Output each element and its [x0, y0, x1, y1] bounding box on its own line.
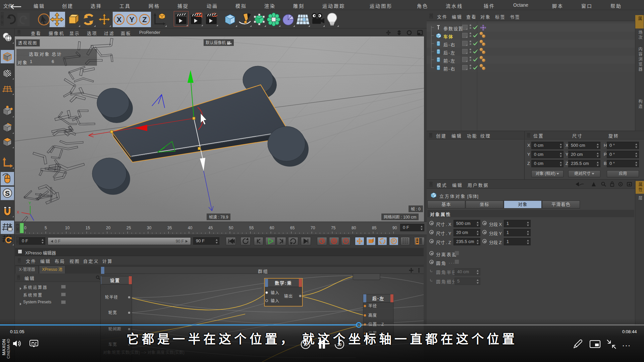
svg-text:30: 30 [337, 343, 341, 347]
svg-text:Y: Y [29, 201, 31, 205]
svg-text:后-左: 后-左 [372, 296, 384, 301]
svg-text:输入: 输入 [271, 298, 279, 303]
svg-text:Y: Y [129, 15, 135, 24]
svg-text:S: S [5, 189, 10, 197]
svg-text:?: ? [345, 239, 347, 243]
svg-text:数学:乘: 数学:乘 [275, 281, 292, 286]
svg-text:半径: 半径 [368, 304, 377, 308]
svg-text:X: X [117, 15, 122, 24]
svg-text:轮宽: 轮宽 [108, 310, 117, 315]
svg-text:输入: 输入 [271, 290, 279, 295]
svg-text:P: P [392, 239, 395, 244]
svg-text:轮半径: 轮半径 [105, 295, 118, 300]
svg-text:设置: 设置 [110, 278, 120, 283]
svg-text:输出: 输出 [284, 294, 293, 299]
svg-text:10: 10 [304, 343, 308, 347]
svg-text:Z: Z [142, 15, 147, 24]
svg-text:高度: 高度 [368, 313, 377, 318]
svg-text:X: X [17, 210, 19, 214]
